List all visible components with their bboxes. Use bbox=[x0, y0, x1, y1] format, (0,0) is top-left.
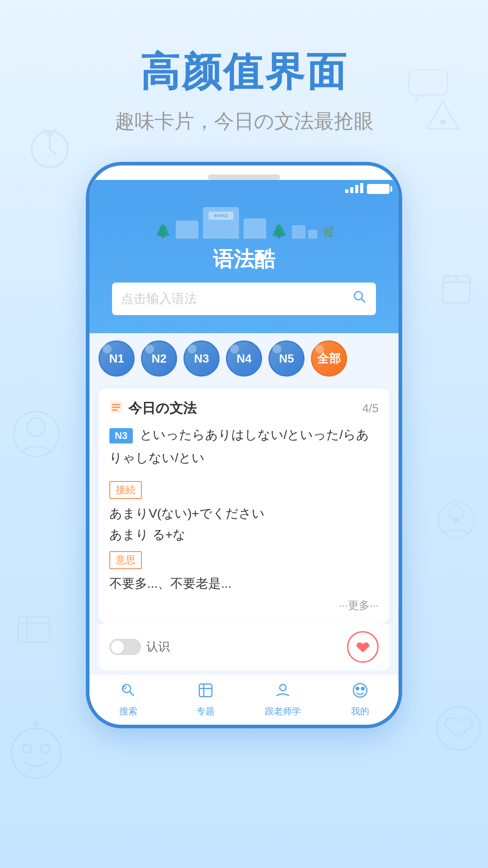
phone-mockup: 🌲 单词书店 🌲 🌿 语法酷 点击输入语法 bbox=[86, 162, 402, 728]
toggle-knob bbox=[111, 641, 124, 653]
svg-point-21 bbox=[41, 744, 50, 753]
nav-teacher-icon bbox=[275, 682, 291, 703]
nav-search-label: 搜索 bbox=[119, 705, 137, 717]
svg-line-33 bbox=[361, 299, 365, 302]
battery-icon bbox=[367, 184, 389, 194]
card-header: 今日の文法 4/5 bbox=[109, 399, 379, 418]
nav-topics-icon bbox=[197, 682, 214, 703]
nav-mine-icon bbox=[352, 682, 368, 703]
heart-button[interactable] bbox=[347, 631, 379, 663]
nav-teacher-label: 跟老师学 bbox=[265, 705, 301, 717]
nav-item-teacher[interactable]: 跟老师学 bbox=[244, 682, 321, 717]
svg-point-40 bbox=[123, 686, 126, 689]
app-screen: 🌲 单词书店 🌲 🌿 语法酷 点击输入语法 bbox=[89, 180, 399, 725]
juzoku-label: 接続 bbox=[109, 481, 142, 499]
svg-rect-28 bbox=[345, 189, 348, 193]
card-title-group: 今日の文法 bbox=[109, 399, 197, 418]
juzoku-content: あまりV(ない)+でください あまり る+な bbox=[109, 503, 379, 546]
level-btn-n2[interactable]: N2 bbox=[141, 340, 177, 377]
grammar-entry: N3 といったらありはしない/といった/らありゃしない/とい bbox=[109, 425, 379, 468]
svg-point-32 bbox=[354, 292, 362, 300]
recognize-label: 认识 bbox=[146, 639, 170, 655]
grammar-card: 今日の文法 4/5 N3 といったらありはしない/といった/らありゃしない/とい… bbox=[99, 388, 389, 623]
level-filter-group: N1 N2 N3 N4 N5 全部 bbox=[89, 333, 399, 384]
yisi-section: 意思 不要多...、不要老是... bbox=[109, 546, 379, 594]
nav-search-icon bbox=[120, 682, 136, 703]
recognize-toggle[interactable]: 认识 bbox=[109, 639, 170, 655]
app-title: 语法酷 bbox=[103, 245, 385, 274]
toggle-switch[interactable] bbox=[109, 639, 141, 655]
svg-rect-29 bbox=[350, 187, 353, 193]
phone-speaker bbox=[208, 175, 280, 180]
svg-point-46 bbox=[356, 687, 359, 690]
svg-rect-30 bbox=[355, 185, 358, 193]
grammar-text: といったらありはしない/といった/らありゃしない/とい bbox=[109, 428, 369, 465]
nav-item-topics[interactable]: 专题 bbox=[167, 682, 244, 717]
svg-line-39 bbox=[130, 692, 134, 696]
svg-rect-25 bbox=[14, 755, 20, 764]
status-bar bbox=[89, 180, 399, 198]
card-title-icon bbox=[109, 400, 123, 417]
main-title: 高颜值界面 bbox=[0, 45, 488, 99]
svg-point-47 bbox=[361, 687, 364, 690]
nav-item-mine[interactable]: 我的 bbox=[321, 682, 399, 717]
svg-rect-24 bbox=[18, 746, 27, 751]
card-action-bar: 认识 bbox=[99, 623, 389, 670]
level-btn-all[interactable]: 全部 bbox=[311, 340, 347, 377]
building-sign: 单词书店 bbox=[208, 212, 233, 220]
svg-point-20 bbox=[23, 744, 32, 753]
bottom-nav: 搜索 专题 bbox=[89, 675, 399, 725]
svg-rect-26 bbox=[52, 755, 59, 764]
app-header: 🌲 单词书店 🌲 🌿 语法酷 点击输入语法 bbox=[89, 198, 399, 333]
svg-rect-41 bbox=[199, 684, 212, 697]
level-btn-n1[interactable]: N1 bbox=[99, 340, 135, 377]
yisi-content: 不要多...、不要老是... bbox=[109, 573, 379, 594]
content-area: 今日の文法 4/5 N3 といったらありはしない/といった/らありゃしない/とい… bbox=[89, 384, 399, 675]
nav-mine-label: 我的 bbox=[351, 705, 369, 717]
card-progress: 4/5 bbox=[362, 401, 379, 415]
header-illustration: 🌲 单词书店 🌲 🌿 bbox=[103, 207, 385, 239]
level-btn-n4[interactable]: N4 bbox=[226, 340, 262, 377]
card-title: 今日の文法 bbox=[128, 399, 197, 418]
yisi-label: 意思 bbox=[109, 551, 142, 569]
sub-title: 趣味卡片，今日の文法最抢眼 bbox=[0, 108, 488, 135]
search-bar[interactable]: 点击输入语法 bbox=[112, 283, 376, 315]
nav-item-search[interactable]: 搜索 bbox=[89, 682, 167, 717]
juzoku-section: 接続 あまりV(ない)+でください あまり る+な bbox=[109, 476, 379, 546]
svg-point-45 bbox=[353, 684, 367, 697]
more-link[interactable]: ···更多··· bbox=[109, 598, 379, 613]
svg-rect-31 bbox=[360, 183, 363, 193]
level-btn-n3[interactable]: N3 bbox=[183, 340, 220, 377]
svg-point-44 bbox=[280, 684, 286, 691]
svg-point-19 bbox=[11, 728, 61, 778]
grammar-level-tag: N3 bbox=[109, 428, 133, 443]
search-icon[interactable] bbox=[352, 290, 367, 308]
level-btn-n5[interactable]: N5 bbox=[268, 340, 305, 377]
search-placeholder-text: 点击输入语法 bbox=[121, 290, 352, 307]
signal-icon bbox=[345, 183, 363, 195]
nav-topics-label: 专题 bbox=[197, 705, 215, 717]
